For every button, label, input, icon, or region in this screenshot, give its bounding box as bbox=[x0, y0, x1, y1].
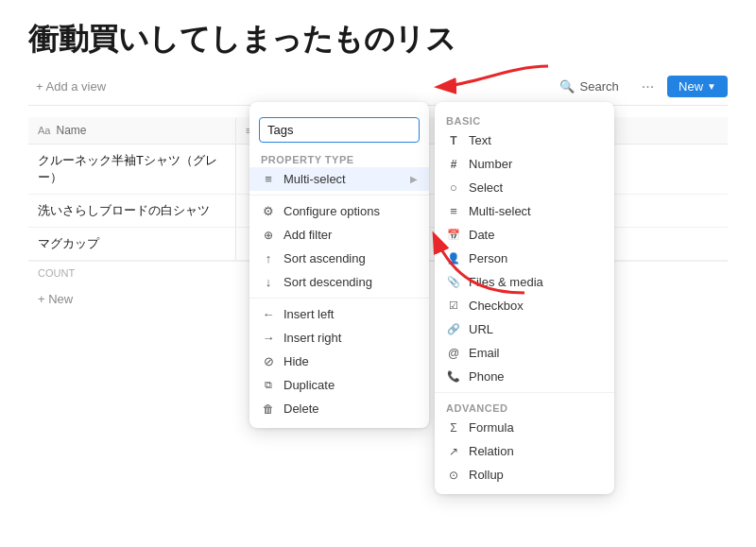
search-icon: 🔍 bbox=[559, 79, 575, 94]
sort-ascending-label: Sort ascending bbox=[284, 251, 366, 265]
multi-select-label2: Multi-select bbox=[469, 204, 531, 218]
menu-divider-2 bbox=[249, 298, 429, 299]
sort-descending-icon: ↓ bbox=[261, 275, 276, 289]
right-menu-item-number[interactable]: # Number bbox=[435, 152, 614, 176]
relation-icon: ↗ bbox=[446, 445, 461, 458]
menu-item-delete[interactable]: 🗑 Delete bbox=[249, 397, 429, 420]
right-menu-item-relation[interactable]: ↗ Relation bbox=[435, 439, 614, 463]
files-media-icon: 📎 bbox=[446, 276, 461, 288]
menu-item-sort-descending[interactable]: ↓ Sort descending bbox=[249, 270, 429, 294]
person-icon: 👤 bbox=[446, 252, 461, 265]
insert-right-label: Insert right bbox=[284, 331, 341, 345]
menu-item-hide[interactable]: ⊘ Hide bbox=[249, 350, 429, 373]
sort-descending-label: Sort descending bbox=[284, 275, 372, 289]
select-label: Select bbox=[469, 180, 503, 195]
duplicate-label: Duplicate bbox=[284, 378, 335, 392]
sort-ascending-icon: ↑ bbox=[261, 251, 276, 265]
menu-item-add-filter[interactable]: ⊕ Add filter bbox=[249, 223, 429, 247]
name-col-label: Name bbox=[56, 124, 86, 137]
search-button[interactable]: 🔍 Search bbox=[550, 76, 628, 97]
right-menu-item-date[interactable]: 📅 Date bbox=[435, 223, 614, 247]
right-menu: BASIC T Text # Number ○ Select ≡ Multi-s… bbox=[435, 102, 614, 494]
more-button[interactable]: ··· bbox=[636, 77, 660, 97]
phone-label: Phone bbox=[469, 369, 505, 384]
text-icon: T bbox=[446, 134, 461, 147]
right-menu-item-files-media[interactable]: 📎 Files & media bbox=[435, 270, 614, 294]
right-menu-item-person[interactable]: 👤 Person bbox=[435, 247, 614, 270]
select-icon: ○ bbox=[446, 180, 461, 195]
basic-section-label: BASIC bbox=[435, 110, 614, 128]
right-menu-divider bbox=[435, 392, 614, 393]
menu-item-insert-right[interactable]: → Insert right bbox=[249, 326, 429, 350]
url-icon: 🔗 bbox=[446, 323, 461, 335]
new-button[interactable]: New ▼ bbox=[667, 76, 728, 97]
menu-divider-1 bbox=[249, 195, 429, 196]
add-view-button[interactable]: + Add a view bbox=[28, 76, 113, 97]
right-menu-item-phone[interactable]: 📞 Phone bbox=[435, 365, 614, 388]
menu-item-insert-left[interactable]: ← Insert left bbox=[249, 302, 429, 326]
menu-item-configure-options[interactable]: ⚙ Configure options bbox=[249, 199, 429, 223]
checkbox-label: Checkbox bbox=[469, 299, 524, 313]
date-icon: 📅 bbox=[446, 229, 461, 241]
right-menu-item-checkbox[interactable]: ☑ Checkbox bbox=[435, 294, 614, 317]
add-filter-icon: ⊕ bbox=[261, 229, 276, 242]
duplicate-icon: ⧉ bbox=[261, 379, 276, 391]
tags-input-section bbox=[249, 110, 429, 148]
date-label: Date bbox=[469, 228, 494, 242]
number-icon: # bbox=[446, 158, 461, 171]
multi-select-label: Multi-select bbox=[284, 172, 346, 186]
menu-item-multi-select[interactable]: ≡ Multi-select ▶ bbox=[249, 167, 429, 191]
menu-item-sort-ascending[interactable]: ↑ Sort ascending bbox=[249, 247, 429, 270]
tags-name-input[interactable] bbox=[259, 117, 420, 143]
delete-label: Delete bbox=[284, 402, 319, 416]
right-menu-item-url[interactable]: 🔗 URL bbox=[435, 317, 614, 341]
right-menu-item-multi-select[interactable]: ≡ Multi-select bbox=[435, 199, 614, 223]
formula-icon: Σ bbox=[446, 421, 461, 435]
email-label: Email bbox=[469, 346, 500, 360]
right-menu-item-rollup[interactable]: ⊙ Rollup bbox=[435, 463, 614, 487]
add-filter-label: Add filter bbox=[284, 228, 332, 242]
cell-name-1[interactable]: 洗いさらしブロードの白シャツ bbox=[28, 195, 236, 227]
right-menu-item-email[interactable]: @ Email bbox=[435, 341, 614, 365]
new-button-chevron: ▼ bbox=[707, 81, 716, 92]
email-icon: @ bbox=[446, 347, 461, 360]
files-media-label: Files & media bbox=[469, 275, 543, 289]
formula-label: Formula bbox=[469, 420, 514, 435]
cell-name-0[interactable]: クルーネック半袖Tシャツ（グレー） bbox=[28, 145, 236, 194]
multi-select-icon: ≡ bbox=[261, 172, 276, 186]
delete-icon: 🗑 bbox=[261, 402, 276, 416]
relation-label: Relation bbox=[469, 444, 514, 458]
multi-select-icon2: ≡ bbox=[446, 204, 461, 218]
insert-left-label: Insert left bbox=[284, 307, 334, 321]
advanced-section-label: ADVANCED bbox=[435, 397, 614, 416]
phone-icon: 📞 bbox=[446, 370, 461, 383]
insert-left-icon: ← bbox=[261, 307, 276, 321]
col-name-header: Aa Name bbox=[28, 118, 236, 143]
property-type-section-label: PROPERTY TYPE bbox=[249, 148, 429, 167]
hide-label: Hide bbox=[284, 354, 309, 368]
person-label: Person bbox=[469, 251, 507, 265]
right-menu-item-formula[interactable]: Σ Formula bbox=[435, 416, 614, 439]
name-col-icon: Aa bbox=[38, 125, 50, 136]
text-label: Text bbox=[469, 133, 491, 147]
rollup-label: Rollup bbox=[469, 468, 504, 482]
multi-select-chevron: ▶ bbox=[410, 174, 418, 184]
hide-icon: ⊘ bbox=[261, 354, 276, 368]
number-label: Number bbox=[469, 157, 512, 171]
configure-options-icon: ⚙ bbox=[261, 204, 276, 218]
page-title: 衝動買いしてしまったものリス bbox=[28, 19, 728, 60]
url-label: URL bbox=[469, 322, 493, 336]
context-menu: PROPERTY TYPE ≡ Multi-select ▶ ⚙ Configu… bbox=[249, 102, 429, 428]
cell-name-2[interactable]: マグカップ bbox=[28, 228, 236, 260]
insert-right-icon: → bbox=[261, 331, 276, 345]
right-menu-item-text[interactable]: T Text bbox=[435, 128, 614, 152]
right-menu-item-select[interactable]: ○ Select bbox=[435, 176, 614, 199]
menu-item-duplicate[interactable]: ⧉ Duplicate bbox=[249, 373, 429, 397]
checkbox-icon: ☑ bbox=[446, 299, 461, 312]
toolbar-right: 🔍 Search ··· New ▼ bbox=[550, 76, 728, 97]
rollup-icon: ⊙ bbox=[446, 469, 461, 482]
configure-options-label: Configure options bbox=[284, 204, 380, 218]
